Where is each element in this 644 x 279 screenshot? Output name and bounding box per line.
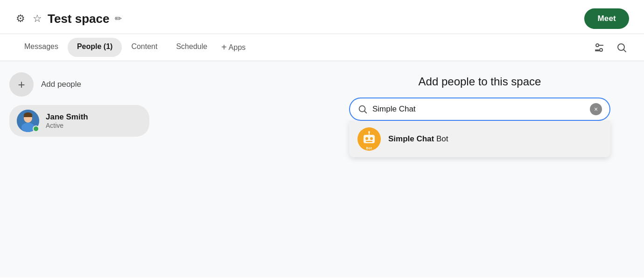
edit-button[interactable]: ✏ [114, 13, 123, 25]
header: ⚙ ☆ Test space ✏ Meet [0, 0, 644, 34]
plus-icon: + [221, 42, 227, 53]
tab-content[interactable]: Content [122, 35, 167, 60]
search-button[interactable] [614, 40, 629, 55]
svg-line-5 [624, 49, 626, 51]
search-box: × [349, 98, 610, 121]
person-card[interactable]: Jane Smith Active [9, 105, 149, 137]
filter-members-button[interactable] [592, 40, 607, 55]
avatar-wrap [17, 110, 39, 132]
left-panel: + Add people [0, 61, 159, 278]
svg-rect-16 [366, 141, 372, 142]
gear-icon: ⚙ [16, 13, 25, 25]
search-input[interactable] [372, 105, 585, 114]
tab-add-apps[interactable]: + Apps [217, 35, 250, 60]
dropdown-item-name: Simple Chat Bot [388, 134, 448, 144]
dropdown-item-simple-chat-bot[interactable]: Bot Simple Chat Bot [349, 121, 610, 157]
add-people-circle: + [9, 72, 34, 97]
status-dot [33, 126, 39, 132]
right-panel: Add people to this space × [159, 61, 644, 278]
dropdown-item-name-bold: Simple Chat [388, 134, 434, 143]
bot-label-text: Bot [366, 146, 372, 150]
search-dropdown: Bot Simple Chat Bot [349, 121, 610, 157]
tabs-bar: Messages People (1) Content Schedule + A… [0, 34, 644, 61]
meet-button[interactable]: Meet [584, 8, 629, 29]
add-people-modal: Add people to this space × [349, 75, 610, 157]
header-icons: ⚙ ☆ [15, 12, 43, 26]
space-title: Test space [48, 12, 109, 26]
bot-icon [361, 131, 377, 147]
svg-point-0 [596, 44, 599, 47]
person-info: Jane Smith Active [46, 112, 88, 129]
svg-point-15 [370, 137, 373, 140]
gear-button[interactable]: ⚙ [15, 12, 26, 26]
main-content: + Add people [0, 61, 644, 278]
tabs-right-icons [592, 40, 629, 55]
apps-label: Apps [229, 43, 245, 52]
star-icon: ☆ [33, 13, 42, 25]
tab-people[interactable]: People (1) [68, 38, 122, 57]
add-people-row[interactable]: + Add people [9, 72, 149, 97]
tab-messages[interactable]: Messages [15, 35, 68, 60]
person-status: Active [46, 122, 88, 129]
svg-point-11 [359, 106, 365, 112]
dropdown-item-name-rest: Bot [434, 134, 448, 143]
svg-point-4 [618, 44, 624, 50]
svg-point-18 [368, 131, 370, 133]
clear-button[interactable]: × [590, 103, 602, 115]
search-icon [616, 42, 627, 53]
add-people-label: Add people [41, 80, 81, 89]
person-name: Jane Smith [46, 112, 88, 122]
svg-point-1 [600, 49, 602, 51]
star-button[interactable]: ☆ [32, 12, 43, 26]
search-box-icon [357, 104, 368, 114]
filter-icon [594, 42, 605, 53]
modal-title: Add people to this space [349, 75, 610, 88]
bot-avatar: Bot [357, 127, 381, 151]
svg-rect-9 [24, 115, 32, 117]
svg-line-12 [364, 111, 366, 113]
svg-point-14 [365, 137, 368, 140]
edit-icon: ✏ [115, 14, 122, 24]
tab-schedule[interactable]: Schedule [167, 35, 217, 60]
